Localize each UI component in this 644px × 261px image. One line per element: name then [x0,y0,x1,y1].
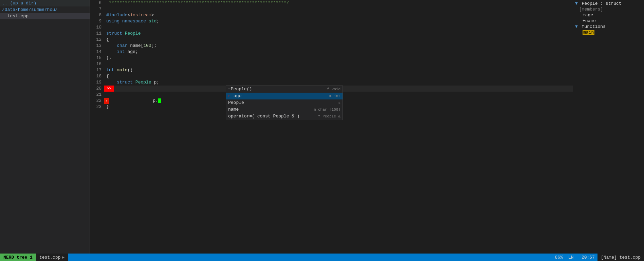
autocomplete-label: ~People() [228,86,324,92]
tagbar-functions-triangle-icon: ▼ [575,24,578,29]
tag-label: [Name] test.cpp [601,255,641,260]
statusbar-filename: test.cpp ▶ [36,254,68,261]
main-area: .. (up a dir) /data/home/summerhou/ test… [0,0,644,254]
code-line-6: ****************************************… [104,0,573,6]
autocomplete-kind: f void [324,86,341,92]
tagbar-triangle-icon: ▼ [575,1,578,6]
sidebar-item-up[interactable]: .. (up a dir) [0,0,90,6]
position-value: 20:67 [582,255,595,260]
autocomplete-popup: ~People() f void r age m int People s na… [226,86,343,120]
autocomplete-kind-name: m char [100] [311,107,341,113]
sidebar: .. (up a dir) /data/home/summerhou/ test… [0,0,90,254]
arrow-indicator: >> [104,86,114,92]
tagbar-fn-main[interactable]: main [573,30,644,35]
code-line-10 [104,24,573,31]
tagbar-functions[interactable]: ▼ functions [573,24,644,30]
code-line-18: { [104,73,573,79]
code-lines: ****************************************… [104,0,573,254]
autocomplete-item-people[interactable]: People s [226,99,343,106]
autocomplete-item-destructor[interactable]: ~People() f void [226,86,343,93]
statusbar-zoom: 86% [552,255,566,260]
autocomplete-label-name: name [228,107,311,113]
filename-label: test.cpp [39,255,60,260]
editor-content: 6 7 8 9 10 11 12 13 14 15 16 17 18 19 20… [90,0,573,254]
code-line-8: #include<iostream> [104,12,573,18]
autocomplete-error-r: r [228,93,232,99]
tagbar-members-label: [members] [573,6,644,12]
autocomplete-label-people: People [228,100,335,106]
filename-separator: ▶ [62,255,65,260]
line-numbers: 6 7 8 9 10 11 12 13 14 15 16 17 18 19 20… [90,0,104,254]
code-line-19: struct People p; [104,79,573,86]
tagbar-member-name[interactable]: +name [573,18,644,24]
autocomplete-item-operator[interactable]: operator=( const People & ) f People & [226,113,343,120]
code-line-12: { [104,37,573,43]
nerdtree-label: NERD_tree_1 [3,255,33,260]
autocomplete-item-name[interactable]: name m char [100] [226,106,343,113]
tagbar-member-age[interactable]: +age [573,12,644,18]
code-line-16 [104,61,573,67]
autocomplete-label-age: age [234,93,327,99]
code-line-11: struct People [104,31,573,37]
zoom-percent: 86% [555,255,563,260]
error-marker: r [104,98,109,104]
editor-area: 6 7 8 9 10 11 12 13 14 15 16 17 18 19 20… [90,0,573,254]
sidebar-item-dir[interactable]: /data/home/summerhou/ [0,6,90,13]
tagbar-functions-label: functions [582,24,606,29]
code-line-17: int main() [104,67,573,73]
statusbar-nerdtree: NERD_tree_1 [0,254,36,261]
code-line-7 [104,6,573,12]
code-line-13: char name[100]; [104,43,573,49]
sidebar-item-file[interactable]: test.cpp [0,13,90,19]
autocomplete-label-operator: operator=( const People & ) [228,113,315,119]
code-line-14: int age; [104,49,573,55]
autocomplete-kind-age: m int [327,93,341,99]
autocomplete-kind-operator: f People & [315,113,341,119]
tagbar-struct-label: People : struct [582,1,622,6]
tagbar-fn-main-label: main [583,30,594,35]
sidebar-spacer [0,19,90,254]
tagbar: ▼ People : struct [members] +age +name ▼… [573,0,644,254]
statusbar-tag: [Name] test.cpp [597,254,644,261]
code-line-15: }; [104,55,573,61]
statusbar-position: LN 20:67 [566,255,597,260]
autocomplete-kind-people: s [335,100,341,106]
tagbar-struct[interactable]: ▼ People : struct [573,1,644,6]
ln-label: LN [568,255,574,260]
code-line-9: using namespace std; [104,18,573,24]
statusbar: NERD_tree_1 test.cpp ▶ 86% LN 20:67 [Nam… [0,254,644,261]
autocomplete-item-age[interactable]: r age m int [226,93,343,99]
